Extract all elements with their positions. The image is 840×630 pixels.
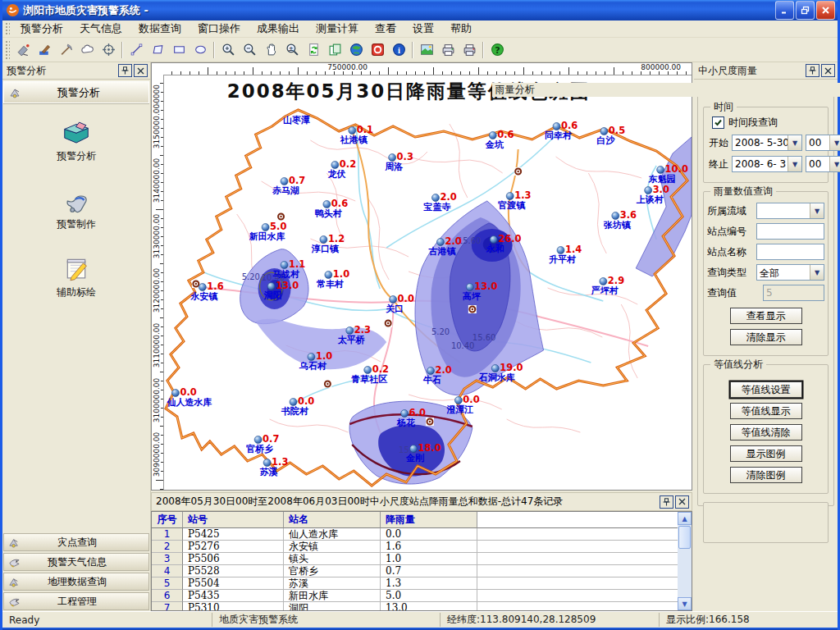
rain-contour-layer (240, 137, 692, 484)
sidebar-section-地理数据查询[interactable]: 地理数据查询 (3, 573, 149, 591)
table-row[interactable]: 7P5310洞阳13.0 (152, 602, 678, 610)
table-row[interactable]: 1P5425仙人造水库0.0 (152, 528, 678, 541)
draw-polygon-icon[interactable] (147, 39, 168, 60)
info-icon[interactable]: i (388, 39, 409, 60)
table-row[interactable]: 3P5506镇头1.0 (152, 553, 678, 565)
menu-item-成果输出[interactable]: 成果输出 (249, 20, 308, 38)
tool-item-label: 预警制作 (57, 217, 96, 231)
bird-icon (8, 556, 21, 568)
查询类型-select[interactable]: 全部▼ (756, 264, 824, 281)
time-group-legend: 时间 (710, 100, 737, 114)
pin-icon[interactable] (806, 64, 819, 77)
section-label: 灾点查询 (24, 536, 130, 550)
column-header-降雨量[interactable]: 降雨量 (381, 512, 477, 528)
menu-item-天气信息[interactable]: 天气信息 (71, 20, 130, 38)
站点编号-input[interactable] (756, 223, 824, 240)
scroll-thumb[interactable] (678, 526, 691, 549)
cloud-icon[interactable] (76, 39, 98, 60)
station-marker: 0.6金坑 (485, 129, 514, 150)
pan-hand-icon[interactable] (260, 39, 281, 60)
vertical-ruler: 31600003150000.003140000.003130000.00312… (152, 75, 164, 490)
warning-analysis-header[interactable]: 预警分析 (3, 81, 149, 103)
pickaxe-icon[interactable] (55, 39, 76, 60)
stop-icon[interactable] (367, 39, 388, 60)
zoom-in-icon[interactable] (217, 39, 239, 60)
清除图例-button[interactable]: 清除图例 (730, 467, 802, 483)
image-export-icon[interactable] (416, 39, 437, 60)
等值线清除-button[interactable]: 等值线清除 (730, 424, 802, 441)
copy-view-icon[interactable] (324, 39, 345, 60)
start-date-select[interactable]: 2008- 5-30▼ (732, 135, 802, 151)
table-cell: P5435 (183, 590, 284, 602)
scroll-up-icon[interactable]: ▲ (678, 512, 692, 525)
table-row[interactable]: 6P5435新田水库5.0 (152, 590, 678, 602)
menu-item-测量计算[interactable]: 测量计算 (308, 20, 367, 38)
显示图例-button[interactable]: 显示图例 (730, 445, 802, 462)
sidebar-section-工程管理[interactable]: 工程管理 (3, 592, 149, 610)
print-preview-icon[interactable] (459, 39, 480, 60)
menu-item-数据查询[interactable]: 数据查询 (130, 20, 189, 38)
table-cell: P5310 (183, 602, 284, 610)
pin-icon[interactable] (118, 64, 132, 77)
tool-item-辅助标绘[interactable]: 辅助标绘 (2, 253, 150, 299)
globe-icon[interactable] (345, 39, 367, 60)
start-hour-select[interactable]: 00▼ (806, 135, 840, 151)
column-header-站名[interactable]: 站名 (284, 512, 381, 528)
analysis-tool-icon[interactable] (34, 39, 55, 60)
end-date-select[interactable]: 2008- 6- 3▼ (732, 156, 802, 172)
status-ready: Ready (2, 613, 212, 627)
所属流域-select[interactable]: ▼ (756, 203, 824, 219)
tool-item-预警分析[interactable]: 预警分析 (2, 116, 150, 163)
table-row[interactable]: 5P5504苏溪1.3 (152, 578, 678, 590)
table-row[interactable]: 4P5528官桥乡0.7 (152, 565, 678, 578)
minimize-button[interactable] (775, 1, 794, 20)
tool-item-预警制作[interactable]: 预警制作 (2, 185, 150, 231)
等值线设置-button[interactable]: 等值线设置 (730, 381, 802, 398)
menu-item-窗口操作[interactable]: 窗口操作 (189, 20, 249, 38)
menu-item-预警分析[interactable]: 预警分析 (12, 20, 71, 38)
menu-item-帮助[interactable]: 帮助 (442, 20, 480, 38)
menu-item-查看[interactable]: 查看 (367, 20, 404, 38)
table-header-row: 序号站号站名降雨量 (152, 512, 678, 528)
站点名称-input[interactable] (756, 244, 824, 260)
draw-rectangle-icon[interactable] (168, 39, 189, 60)
清除显示-button[interactable]: 清除显示 (730, 329, 802, 345)
field-label: 所属流域 (707, 204, 756, 218)
app-logo-icon (6, 3, 20, 17)
map-canvas[interactable]: 15.605.2010.405.2015.6010.4015.6 山枣潭0.1社… (163, 75, 692, 490)
查看显示-button[interactable]: 查看显示 (730, 308, 802, 324)
satellite-dish-icon[interactable] (12, 39, 34, 60)
help-icon[interactable]: ? (486, 39, 508, 60)
draw-line-icon[interactable] (126, 39, 147, 60)
scroll-down-icon[interactable]: ▼ (678, 597, 692, 610)
print-icon[interactable] (437, 39, 459, 60)
zoom-window-icon[interactable]: ± (281, 39, 303, 60)
table-row[interactable]: 2P5276永安镇1.6 (152, 541, 678, 553)
column-header-序号[interactable]: 序号 (152, 512, 183, 528)
close-icon[interactable] (675, 495, 689, 509)
close-icon[interactable] (821, 64, 835, 77)
等值线显示-button[interactable]: 等值线显示 (730, 403, 802, 419)
menubar-grip[interactable] (5, 22, 10, 35)
column-header-站号[interactable]: 站号 (183, 512, 284, 528)
sidebar-section-预警天气信息[interactable]: 预警天气信息 (3, 553, 149, 571)
table-cell: P5276 (183, 541, 284, 553)
close-icon[interactable] (134, 64, 148, 77)
refresh-view-icon[interactable] (303, 39, 324, 60)
sidebar-section-灾点查询[interactable]: 灾点查询 (3, 533, 149, 551)
close-button[interactable] (816, 1, 835, 20)
table-scrollbar[interactable]: ▲ ▼ (678, 512, 692, 610)
contour-value-label: 5.20 (242, 272, 260, 281)
end-hour-select[interactable]: 00▼ (806, 156, 840, 172)
station-name-label: 金坑 (485, 139, 504, 150)
target-icon[interactable] (98, 39, 119, 60)
row-header-cell: 5 (152, 578, 183, 590)
menu-item-设置[interactable]: 设置 (404, 20, 442, 38)
zoom-out-icon[interactable] (239, 39, 260, 60)
pin-icon[interactable] (660, 495, 673, 509)
restore-button[interactable] (796, 1, 815, 20)
time-range-checkbox[interactable] (712, 116, 724, 129)
draw-ellipse-icon[interactable] (189, 39, 211, 60)
toolbar-grip[interactable] (5, 40, 10, 59)
station-name-label: 太平桥 (337, 335, 366, 345)
